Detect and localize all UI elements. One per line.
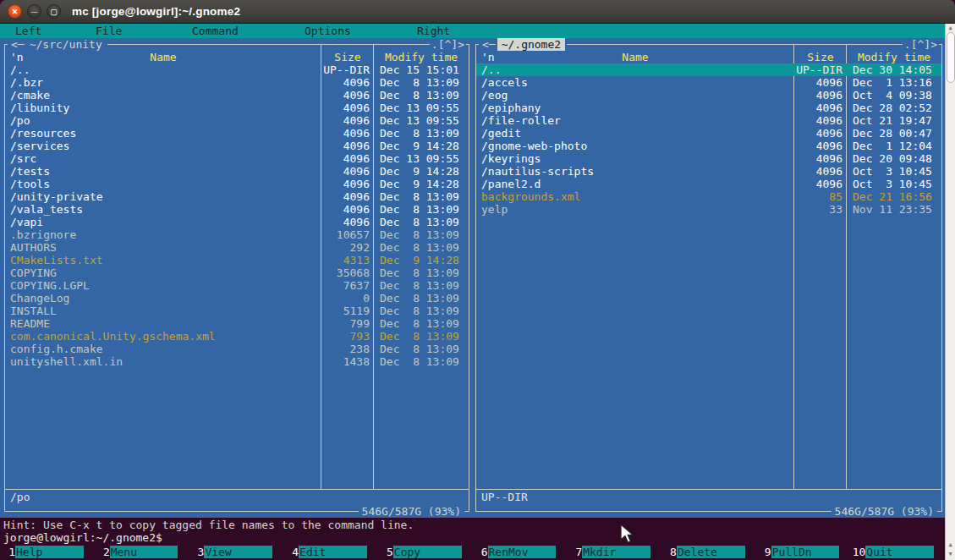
file-row[interactable]: /unity-private 4096 Dec 8 13:09: [5, 190, 469, 203]
scroll-up-icon[interactable]: ▲: [946, 541, 955, 549]
file-row[interactable]: backgrounds.xml 85 Dec 21 16:56: [476, 190, 941, 203]
file-row[interactable]: /file-roller 4096 Oct 21 19:47: [476, 114, 941, 127]
file-row[interactable]: /libunity 4096 Dec 13 09:55: [5, 102, 469, 114]
file-row[interactable]: /epiphany 4096 Dec 28 02:52: [476, 102, 941, 114]
file-row[interactable]: INSTALL 5119 Dec 8 13:09: [5, 305, 469, 317]
file-row[interactable]: /src 4096 Dec 13 09:55: [5, 152, 469, 165]
right-status-line: UP--DIR: [481, 491, 528, 503]
file-row[interactable]: /.bzr 4096 Dec 8 13:09: [5, 76, 469, 89]
file-row[interactable]: /nautilus-scripts 4096 Oct 3 10:45: [476, 165, 941, 178]
file-row[interactable]: unityshell.xml.in 1438 Dec 8 13:09: [5, 355, 469, 368]
file-row[interactable]: /po 4096 Dec 13 09:55: [5, 114, 469, 127]
file-size: 4096: [794, 114, 847, 127]
file-mtime: Dec 8 13:09: [374, 216, 469, 228]
file-row[interactable]: ChangeLog 0 Dec 8 13:09: [5, 292, 469, 305]
minimize-button[interactable]: —: [27, 4, 41, 19]
fkey-delete[interactable]: 8 Delete: [661, 546, 745, 558]
file-row[interactable]: yelp 33 Nov 11 23:35: [476, 203, 941, 216]
fkey-quit[interactable]: 10 Quit: [850, 546, 934, 558]
column-header-mtime[interactable]: Modify time: [374, 51, 469, 63]
file-name: /accels: [476, 76, 794, 89]
file-row[interactable]: /keyrings 4096 Dec 20 09:48: [476, 152, 941, 165]
file-mtime: Dec 13 09:55: [374, 152, 469, 165]
column-header-name[interactable]: 'nName: [476, 51, 794, 63]
file-mtime: Dec 28 00:47: [847, 127, 941, 140]
history-back-icon[interactable]: <─: [9, 38, 26, 51]
file-row[interactable]: /vala_tests 4096 Dec 8 13:09: [5, 203, 469, 216]
file-size: 793: [321, 330, 374, 343]
menu-command[interactable]: Command: [192, 25, 239, 37]
fkey-menu[interactable]: 2 Menu: [95, 546, 178, 558]
history-back-icon[interactable]: <─: [480, 38, 497, 51]
file-size: 4096: [321, 216, 374, 228]
file-row[interactable]: CMakeLists.txt 4313 Dec 9 14:28: [5, 254, 469, 266]
file-size: 35068: [321, 266, 374, 279]
file-row[interactable]: README 799 Dec 8 13:09: [5, 317, 469, 330]
file-row[interactable]: /gnome-web-photo 4096 Dec 1 12:04: [476, 140, 941, 152]
menu-right[interactable]: Right: [417, 25, 450, 37]
file-name: README: [5, 317, 321, 330]
fkey-view[interactable]: 3 View: [189, 546, 272, 558]
file-size: 7637: [321, 279, 374, 292]
file-mtime: Dec 8 13:09: [374, 292, 469, 305]
file-row[interactable]: /services 4096 Dec 9 14:28: [5, 140, 469, 152]
left-panel-path[interactable]: ~/src/unity: [26, 38, 106, 51]
menu-left[interactable]: Left: [15, 25, 41, 37]
file-row[interactable]: /gedit 4096 Dec 28 00:47: [476, 127, 941, 140]
column-header-size[interactable]: Size: [794, 51, 847, 63]
scrollbar-thumb[interactable]: [947, 32, 955, 83]
column-header-mtime[interactable]: Modify time: [847, 51, 941, 63]
file-name: /unity-private: [5, 190, 321, 203]
panel-up-button[interactable]: .[^]>: [903, 38, 939, 51]
fkey-help[interactable]: 1 Help: [0, 546, 84, 558]
file-mtime: Dec 9 14:28: [374, 254, 469, 266]
file-row[interactable]: /cmake 4096 Dec 8 13:09: [5, 89, 469, 102]
file-name: /libunity: [5, 102, 321, 114]
file-row[interactable]: /panel2.d 4096 Oct 3 10:45: [476, 178, 941, 190]
file-size: 4096: [321, 140, 374, 152]
fkey-mkdir[interactable]: 7 Mkdir: [567, 546, 650, 558]
fkey-copy[interactable]: 5 Copy: [378, 546, 462, 558]
file-row[interactable]: /tests 4096 Dec 9 14:28: [5, 165, 469, 178]
file-size: 4096: [794, 76, 847, 89]
file-row[interactable]: COPYING.LGPL 7637 Dec 8 13:09: [5, 279, 469, 292]
file-name: COPYING: [5, 266, 321, 279]
fkey-renmov[interactable]: 6 RenMov: [473, 546, 557, 558]
file-mtime: Dec 20 09:48: [847, 152, 941, 165]
fkey-number: 2: [95, 546, 110, 558]
file-row[interactable]: /eog 4096 Oct 4 09:38: [476, 89, 941, 102]
right-panel-path[interactable]: ~/.gnome2: [497, 38, 565, 51]
close-button[interactable]: ✕: [8, 4, 22, 19]
file-row[interactable]: /vapi 4096 Dec 8 13:09: [5, 216, 469, 228]
maximize-button[interactable]: ▢: [47, 4, 61, 19]
column-header-size[interactable]: Size: [321, 51, 374, 63]
file-name: backgrounds.xml: [476, 190, 794, 203]
file-row[interactable]: com.canonical.Unity.gschema.xml 793 Dec …: [5, 330, 469, 343]
scroll-up-icon[interactable]: ▲: [946, 24, 955, 32]
file-row[interactable]: COPYING 35068 Dec 8 13:09: [5, 266, 469, 279]
file-row[interactable]: .bzrignore 10657 Dec 8 13:09: [5, 228, 469, 241]
scroll-down-icon[interactable]: ▼: [946, 550, 955, 558]
file-row[interactable]: /tools 4096 Dec 9 14:28: [5, 178, 469, 190]
file-row[interactable]: /.. UP--DIR Dec 30 14:05: [476, 63, 941, 76]
file-row[interactable]: /resources 4096 Dec 8 13:09: [5, 127, 469, 140]
column-header-name[interactable]: 'nName: [5, 51, 321, 63]
file-row[interactable]: /accels 4096 Dec 1 13:16: [476, 76, 941, 89]
file-row[interactable]: /.. UP--DIR Dec 15 15:01: [5, 63, 469, 76]
terminal-area: Left File Command Options Right <─ ~/src…: [0, 24, 945, 560]
menu-file[interactable]: File: [96, 25, 122, 37]
terminal-scrollbar[interactable]: ▲ ▲ ▼: [945, 24, 955, 560]
fkey-edit[interactable]: 4 Edit: [283, 546, 367, 558]
file-mtime: Dec 8 13:09: [374, 305, 469, 317]
file-mtime: Dec 8 13:09: [374, 190, 469, 203]
fkey-pulldn[interactable]: 9 PullDn: [756, 546, 840, 558]
file-row[interactable]: AUTHORS 292 Dec 8 13:09: [5, 241, 469, 254]
command-prompt[interactable]: jorge@lowgirl:~/.gnome2$: [3, 531, 162, 544]
file-size: 85: [794, 190, 847, 203]
file-row[interactable]: config.h.cmake 238 Dec 8 13:09: [5, 343, 469, 355]
panel-up-button[interactable]: .[^]>: [430, 38, 466, 51]
right-free-space: 546G/587G (93%): [832, 505, 937, 518]
file-name: /resources: [5, 127, 321, 140]
file-mtime: Dec 8 13:09: [374, 89, 469, 102]
menu-options[interactable]: Options: [305, 25, 351, 37]
